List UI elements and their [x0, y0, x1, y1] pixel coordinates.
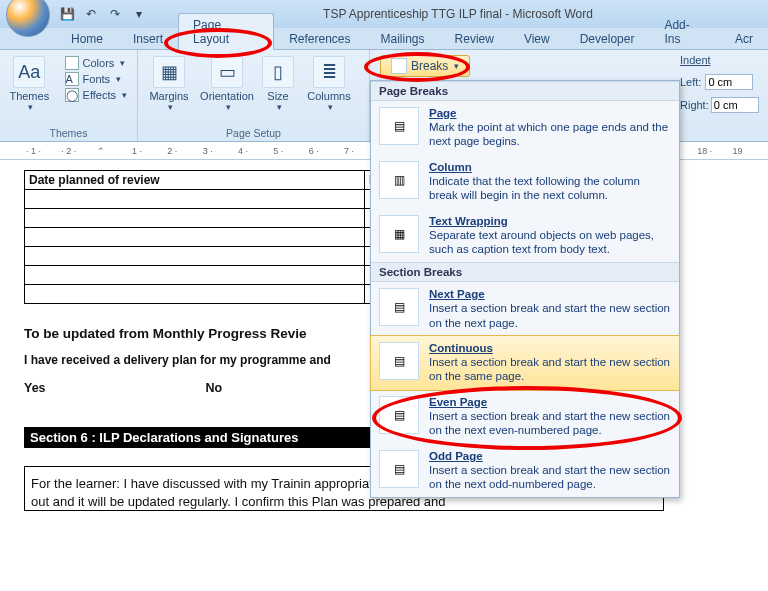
tab-add-ins[interactable]: Add-Ins	[649, 13, 720, 49]
breaks-item-even-page[interactable]: ▤ Even PageInsert a section break and st…	[371, 390, 679, 444]
redo-icon[interactable]: ↷	[106, 5, 124, 23]
table-cell[interactable]	[25, 209, 365, 228]
doc-section6-banner: Section 6 : ILP Declarations and Signatu…	[24, 427, 384, 448]
table-cell[interactable]	[25, 190, 365, 209]
group-label-page-setup: Page Setup	[142, 126, 365, 141]
chevron-down-icon: ▾	[28, 102, 33, 112]
undo-icon[interactable]: ↶	[82, 5, 100, 23]
orientation-icon: ▭	[211, 56, 243, 88]
themes-icon: Aa	[13, 56, 45, 88]
breaks-icon	[391, 58, 407, 74]
colors-icon	[65, 56, 79, 70]
group-themes: Aa Themes ▾ Colors▾ AFonts▾ ◯Effects▾ Th…	[0, 50, 138, 141]
indent-heading: Indent	[680, 54, 711, 66]
table-cell[interactable]	[25, 228, 365, 247]
tab-page-layout[interactable]: Page Layout	[178, 13, 274, 50]
text-wrapping-icon: ▦	[379, 215, 419, 253]
table-cell[interactable]	[25, 285, 365, 304]
qat-dropdown-icon[interactable]: ▾	[130, 5, 148, 23]
indent-right-label: Right:	[680, 99, 709, 111]
doc-yes: Yes	[24, 381, 46, 395]
tab-home[interactable]: Home	[56, 27, 118, 49]
breaks-item-page[interactable]: ▤ PageMark the point at which one page e…	[371, 101, 679, 155]
breaks-label: Breaks	[411, 59, 448, 73]
ribbon-tabs: Home Insert Page Layout References Maili…	[0, 28, 768, 50]
group-paragraph: Indent Left: Right:	[672, 50, 768, 141]
breaks-button[interactable]: Breaks ▾	[380, 55, 470, 77]
breaks-menu-header-page: Page Breaks	[371, 81, 679, 101]
fonts-icon: A	[65, 72, 79, 86]
tab-references[interactable]: References	[274, 27, 365, 49]
breaks-menu-header-section: Section Breaks	[371, 262, 679, 282]
tab-acrobat[interactable]: Acr	[720, 27, 768, 49]
doc-no: No	[206, 381, 223, 395]
table-header-1: Date planned of review	[25, 171, 365, 190]
columns-button[interactable]: ≣Columns▾	[302, 52, 356, 112]
continuous-icon: ▤	[379, 342, 419, 380]
quick-access-toolbar: 💾 ↶ ↷ ▾	[58, 5, 148, 23]
table-cell[interactable]	[25, 247, 365, 266]
margins-button[interactable]: ▦Margins▾	[142, 52, 196, 112]
table-cell[interactable]	[25, 266, 365, 285]
tab-insert[interactable]: Insert	[118, 27, 178, 49]
even-page-icon: ▤	[379, 396, 419, 434]
tab-developer[interactable]: Developer	[565, 27, 650, 49]
effects-icon: ◯	[65, 88, 79, 102]
indent-left-label: Left:	[680, 76, 701, 88]
size-icon: ▯	[262, 56, 294, 88]
size-button[interactable]: ▯Size▾	[258, 52, 298, 112]
breaks-item-next-page[interactable]: ▤ Next PageInsert a section break and st…	[371, 282, 679, 336]
colors-button[interactable]: Colors▾	[59, 55, 133, 71]
breaks-item-text-wrapping[interactable]: ▦ Text WrappingSeparate text around obje…	[371, 209, 679, 263]
page-break-icon: ▤	[379, 107, 419, 145]
group-label-themes: Themes	[4, 126, 133, 141]
group-page-setup: ▦Margins▾ ▭Orientation▾ ▯Size▾ ≣Columns▾…	[138, 50, 370, 141]
breaks-dropdown-menu: Page Breaks ▤ PageMark the point at whic…	[370, 80, 680, 498]
effects-button[interactable]: ◯Effects▾	[59, 87, 133, 103]
orientation-button[interactable]: ▭Orientation▾	[200, 52, 254, 112]
breaks-item-continuous[interactable]: ▤ ContinuousInsert a section break and s…	[371, 336, 679, 390]
save-icon[interactable]: 💾	[58, 5, 76, 23]
margins-icon: ▦	[153, 56, 185, 88]
tab-mailings[interactable]: Mailings	[366, 27, 440, 49]
columns-icon: ≣	[313, 56, 345, 88]
tab-view[interactable]: View	[509, 27, 565, 49]
indent-right-input[interactable]	[711, 97, 759, 113]
tab-review[interactable]: Review	[440, 27, 509, 49]
next-page-icon: ▤	[379, 288, 419, 326]
fonts-button[interactable]: AFonts▾	[59, 71, 133, 87]
themes-button[interactable]: Aa Themes ▾	[4, 52, 55, 112]
column-break-icon: ▥	[379, 161, 419, 199]
breaks-item-column[interactable]: ▥ ColumnIndicate that the text following…	[371, 155, 679, 209]
odd-page-icon: ▤	[379, 450, 419, 488]
indent-left-input[interactable]	[705, 74, 753, 90]
breaks-item-odd-page[interactable]: ▤ Odd PageInsert a section break and sta…	[371, 444, 679, 498]
chevron-down-icon: ▾	[454, 61, 459, 71]
themes-label: Themes	[9, 90, 49, 102]
